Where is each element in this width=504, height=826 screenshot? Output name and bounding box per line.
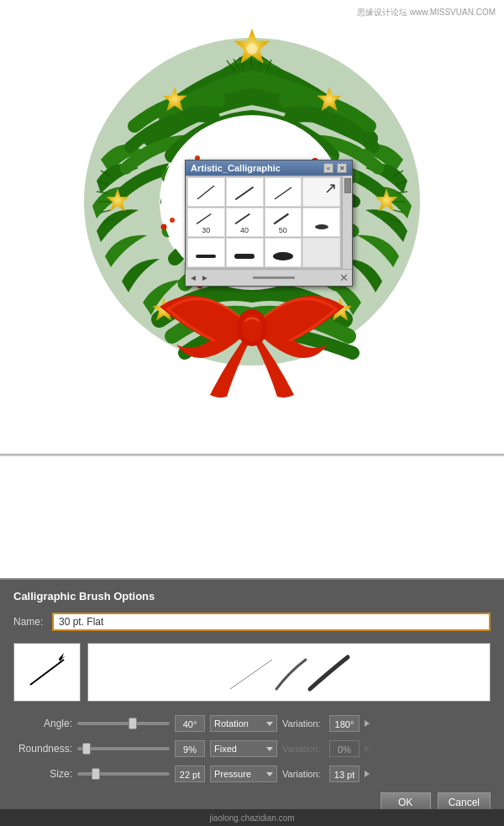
bottom-watermark: jiaolong.chazidian.com [0,809,504,826]
brush-nav-right[interactable]: ► [201,273,209,282]
roundness-mode-arrow [266,747,273,751]
roundness-variation-value: 0% [329,740,360,757]
scrollbar-thumb [344,178,351,193]
svg-line-42 [236,187,253,199]
roundness-variation-arrow [365,745,370,752]
name-input[interactable] [52,613,491,631]
preview-large [87,643,491,702]
size-variation-value[interactable]: 13 pt [329,765,360,782]
svg-line-45 [274,214,288,224]
roundness-mode-label: Fixed [214,744,237,754]
brush-cell-1[interactable] [187,177,225,207]
angle-variation-value[interactable]: 180° [329,715,360,732]
brush-panel-title-text: Artistic_Calligraphic [191,163,281,173]
size-variation-label: Variation: [282,769,324,779]
brush-label-50: 50 [279,227,287,234]
roundness-variation-label: Variation: [282,744,324,754]
svg-point-26 [170,218,175,223]
angle-mode-select[interactable]: Rotation [210,715,277,732]
svg-line-51 [230,660,272,689]
brush-cell-9[interactable] [187,238,225,267]
name-row: Name: [13,613,491,631]
size-mode-arrow [266,772,273,776]
size-value[interactable]: 22 pt [175,765,205,782]
angle-label: Angle: [13,718,72,729]
brush-label-30: 30 [202,227,210,234]
brush-cell-5[interactable]: 30 [187,208,225,237]
angle-value[interactable]: 40° [175,715,205,732]
dialog-title: Calligraphic Brush Options [13,590,491,602]
angle-variation-label: Variation: [282,718,324,729]
angle-mode-label: Rotation [214,718,249,729]
size-slider[interactable] [77,772,170,776]
angle-slider[interactable] [77,722,170,725]
cursor-pointer: ↗ [324,179,337,197]
angle-mode-arrow [266,722,273,726]
brush-cell-7[interactable]: 50 [265,208,302,237]
name-label: Name: [13,616,47,628]
angle-variation-arrow[interactable] [365,720,370,727]
separator [0,454,504,456]
svg-line-50 [30,660,64,685]
svg-line-43 [197,214,211,224]
size-row: Size: 22 pt Pressure Variation: 13 pt [13,765,491,782]
brush-cell-2[interactable] [226,177,264,207]
brush-cell-3[interactable] [265,177,302,207]
brush-cell-8[interactable] [302,208,340,237]
svg-rect-48 [234,254,255,259]
brush-cell-10[interactable] [226,238,264,267]
brush-panel-minimize[interactable]: « [323,163,333,173]
svg-point-32 [247,44,258,55]
brush-panel: Artistic_Calligraphic « ✕ [185,160,353,287]
preview-small [13,643,81,702]
size-mode-select[interactable]: Pressure [210,765,277,782]
svg-point-49 [273,252,293,260]
svg-line-41 [197,186,214,199]
brush-panel-close[interactable]: ✕ [337,163,347,173]
brush-nav-left[interactable]: ◄ [189,273,197,282]
roundness-row: Roundness: 9% Fixed Variation: 0% [13,740,491,757]
brush-delete-icon[interactable]: ✕ [339,271,349,284]
roundness-slider[interactable] [77,747,170,750]
svg-line-44 [235,214,249,224]
svg-point-46 [315,224,328,229]
brush-panel-bottom: ◄ ► ✕ [186,269,352,286]
angle-row: Angle: 40° Rotation Variation: 180° [13,715,491,732]
roundness-label: Roundness: [13,743,72,755]
brush-panel-controls: « ✕ [323,163,347,173]
brush-panel-titlebar[interactable]: Artistic_Calligraphic « ✕ [186,160,352,176]
roundness-mode-select[interactable]: Fixed [210,740,277,757]
size-mode-label: Pressure [214,769,251,779]
svg-point-25 [161,224,167,230]
brush-grid: 30 40 50 [186,176,342,269]
brush-cell-6[interactable]: 40 [226,208,264,237]
brush-label-40: 40 [240,227,249,234]
preview-row [13,643,491,702]
roundness-value[interactable]: 9% [175,740,205,757]
svg-rect-47 [196,255,216,258]
size-variation-arrow[interactable] [365,771,370,777]
brush-cell-12[interactable] [302,238,340,267]
calligraphic-brush-dialog: Calligraphic Brush Options Name: [0,578,504,826]
brush-scrollbar[interactable] [342,176,352,269]
wreath-area: 思缘设计论坛 www.MISSVUAN.COM [0,0,504,454]
brush-cell-11[interactable] [265,238,302,267]
size-label: Size: [13,768,72,780]
